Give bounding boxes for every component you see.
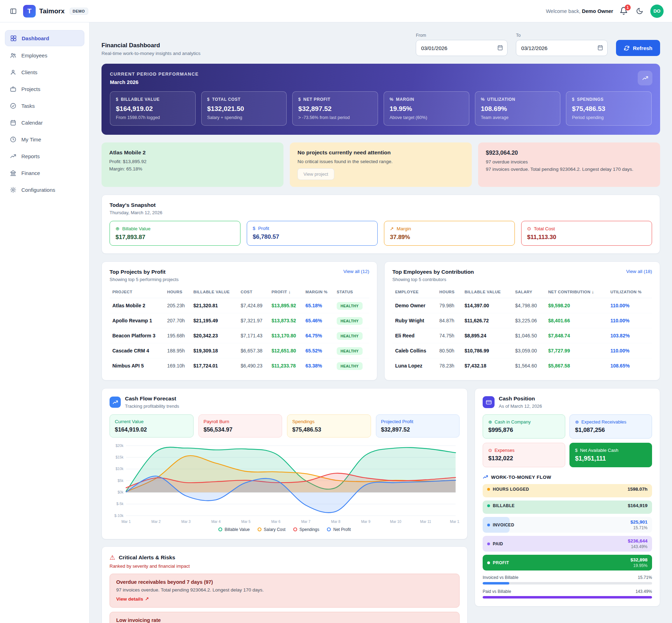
employee-salary: $4,798.80 [512,298,545,313]
col-billable[interactable]: BILLABLE VALUE [191,286,238,298]
col-profit[interactable]: PROFIT ↓ [269,286,303,298]
project-hours: 195.68h [164,328,191,343]
project-billable: $19,309.18 [191,343,238,358]
sidebar-item-tasks[interactable]: Tasks [5,98,84,113]
ratio-row: Paid vs Billable 143.49% [483,589,652,598]
svg-text:Mar 1: Mar 1 [121,520,131,524]
col-cost[interactable]: COST [238,286,269,298]
flow-label: HOURS LOGGED [493,487,529,492]
project-row[interactable]: Atlas Mobile 2 205.23h $21,320.81 $7,424… [110,298,369,313]
stat-value: $32,897.52 [381,426,455,433]
series-dot-icon [487,488,490,491]
project-row[interactable]: Apollo Revamp 1 207.70h $21,195.49 $7,32… [110,313,369,328]
view-details-link[interactable]: View details↗ [116,596,149,602]
cash-card-value: $1,087,256 [575,427,646,434]
flow-row: PROFIT $32,898 19.95% [483,555,652,570]
stat-value: $164,919.02 [115,426,188,433]
date-to-label: To [516,33,608,38]
metric-card: $TOTAL COST $132,021.50 Salary + spendin… [201,91,287,126]
gear-icon [10,186,17,193]
overdue-amount: $923,064.20 [486,149,652,156]
project-row[interactable]: Cascade CRM 4 188.95h $19,309.18 $6,657.… [110,343,369,358]
period-performance-banner: CURRENT PERIOD PERFORMANCE March 2026 $B… [102,64,660,135]
project-row[interactable]: Nimbus API 5 169.10h $17,724.01 $6,490.2… [110,358,369,373]
date-from-input[interactable] [416,40,507,56]
top-projects-panel: Top Projects by Profit Showing top 5 per… [102,261,377,380]
employees-title: Top Employees by Contribution [392,269,474,275]
project-hours: 205.23h [164,298,191,313]
flow-value: 1598.07h [628,486,648,492]
sidebar-item-my-time[interactable]: My Time [5,132,84,147]
sidebar-toggle-icon[interactable] [8,6,18,16]
avatar[interactable]: DO [650,5,664,18]
banner-month: March 2026 [110,79,652,85]
chart-icon [10,153,17,160]
sidebar-item-dashboard[interactable]: Dashboard [5,30,84,46]
sidebar-item-finance[interactable]: Finance [5,165,84,181]
projects-view-all-link[interactable]: View all (12) [343,269,369,274]
employee-row[interactable]: Caleb Collins 80.50h $10,786.99 $3,059.0… [392,343,652,358]
employee-row[interactable]: Luna Lopez 78.23h $7,432.18 $1,564.60 $5… [392,358,652,373]
sidebar: Dashboard Employees Clients Projects Tas… [0,22,90,623]
calendar-icon[interactable] [497,44,503,52]
employees-view-all-link[interactable]: View all (18) [626,269,652,274]
metric-note: > -73.56% from last period [298,115,372,120]
project-row[interactable]: Beacon Platform 3 195.68h $20,342.23 $7,… [110,328,369,343]
col-hours[interactable]: HOURS [164,286,191,298]
col-margin[interactable]: MARGIN % [303,286,334,298]
dollar-icon: $ [575,448,578,453]
alert-title: Low invoicing rate [116,617,453,623]
svg-text:$20k: $20k [115,444,124,448]
employee-hours: 74.75h [436,328,462,343]
metric-label: MARGIN [396,97,414,102]
col-status[interactable]: STATUS [334,286,369,298]
cash-position-card: ⊕Expected Receivables $1,087,256 [569,414,652,439]
status-badge: HEALTHY [337,317,363,325]
employee-contribution: $8,401.66 [545,313,608,328]
sidebar-item-calendar[interactable]: Calendar [5,115,84,130]
sidebar-item-reports[interactable]: Reports [5,148,84,164]
date-to-input[interactable] [516,40,608,56]
svg-text:Mar 3: Mar 3 [181,520,191,524]
sidebar-item-employees[interactable]: Employees [5,48,84,63]
project-cost: $7,424.89 [238,298,269,313]
col-utilization[interactable]: UTILIZATION % [608,286,652,298]
trend-chart-icon[interactable] [638,71,652,85]
project-hours: 188.95h [164,343,191,358]
col-salary[interactable]: SALARY [512,286,545,298]
sidebar-item-clients[interactable]: Clients [5,64,84,80]
series-dot-icon [487,504,490,507]
sidebar-item-configurations[interactable]: Configurations [5,182,84,197]
project-billable: $17,724.01 [191,358,238,373]
projects-subtitle: Showing top 5 performing projects [110,277,178,282]
project-profit: $13,895.92 [269,298,303,313]
stat-value: $75,486.53 [292,426,366,433]
metric-icon: $ [298,97,301,102]
chart-legend: Billable ValueSalary CostSpendingsNet Pr… [110,527,460,533]
employee-row[interactable]: Ruby Wright 84.87h $11,626.72 $3,225.06 … [392,313,652,328]
brand[interactable]: T Taimorx [23,5,65,18]
col-billable[interactable]: BILLABLE VALUE [462,286,512,298]
col-hours[interactable]: HOURS [436,286,462,298]
svg-text:Mar 12: Mar 12 [450,520,460,524]
col-contribution[interactable]: NET CONTRIBUTION ↓ [545,286,608,298]
project-margin: 64.75% [303,328,334,343]
refresh-button[interactable]: Refresh [616,40,660,56]
employee-row[interactable]: Eli Reed 74.75h $8,895.24 $1,046.50 $7,8… [392,328,652,343]
calendar-icon[interactable] [597,44,603,52]
col-employee[interactable]: EMPLOYEE [392,286,436,298]
snapshot-card-value: $11,113.30 [527,234,646,241]
page: T Taimorx DEMO Welcome back, Demo Owner … [0,0,672,623]
project-billable: $21,320.81 [191,298,238,313]
ratio-label: Invoiced vs Billable [483,575,518,580]
metric-note: From 1598.07h logged [116,115,190,120]
cashflow-stat-card: Projected Profit $32,897.52 [376,414,460,438]
employee-row[interactable]: Demo Owner 79.98h $14,397.00 $4,798.80 $… [392,298,652,313]
view-project-button[interactable]: View project [298,168,334,180]
col-project[interactable]: PROJECT [110,286,164,298]
sidebar-item-projects[interactable]: Projects [5,81,84,97]
employee-utilization: 110.00% [608,313,652,328]
dark-mode-toggle[interactable] [635,7,644,16]
flow-percentage: 15.71% [630,525,648,530]
notifications-button[interactable]: 1 [620,7,629,16]
